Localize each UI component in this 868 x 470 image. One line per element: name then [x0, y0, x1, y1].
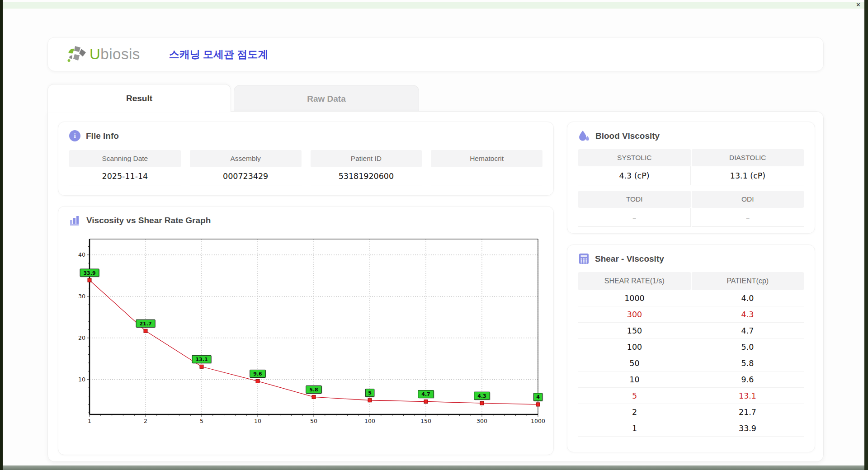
cell-patient: 9.6 — [691, 371, 804, 388]
ubiosis-logo: Ubiosis — [67, 45, 140, 63]
field-value — [431, 167, 542, 185]
cell-patient: 5.8 — [691, 355, 804, 371]
field-label: Scanning Date — [69, 150, 181, 167]
cell-patient: 13.1 — [691, 388, 804, 404]
field-label: Hematocrit — [431, 150, 542, 167]
cell-shear-rate: 10 — [578, 371, 691, 388]
cell-patient: 4.3 — [691, 306, 804, 323]
svg-text:20: 20 — [78, 334, 85, 341]
window-edge-left — [0, 0, 3, 470]
svg-text:1: 1 — [88, 418, 91, 424]
svg-text:9.6: 9.6 — [253, 371, 262, 377]
svg-text:100: 100 — [364, 418, 375, 424]
svg-text:33.9: 33.9 — [83, 270, 95, 276]
field-assembly: Assembly 000723429 — [190, 150, 302, 185]
window-edge-right — [864, 0, 868, 470]
bv-header-todi: TODI — [578, 191, 691, 208]
shear-table-row: 5 13.1 — [578, 388, 804, 404]
cell-shear-rate: 300 — [578, 306, 691, 323]
cell-patient: 21.7 — [691, 404, 804, 420]
bv-value-row-2: – – — [578, 208, 804, 227]
file-info-fields: Scanning Date 2025-11-14 Assembly 000723… — [69, 150, 542, 185]
app-window: ✕ Ubiosis 스캐닝 모세관 점도계 Result Raw Data i … — [0, 0, 868, 470]
main-content-card: i File Info Scanning Date 2025-11-14 Ass… — [47, 111, 824, 462]
svg-text:5: 5 — [368, 390, 372, 396]
cell-shear-rate: 2 — [578, 404, 691, 420]
svg-text:10: 10 — [78, 376, 85, 383]
shear-table-row: 1 33.9 — [578, 420, 804, 437]
cell-shear-rate: 5 — [578, 388, 691, 404]
cell-shear-rate: 50 — [578, 355, 691, 371]
bv-value-todi: – — [578, 208, 691, 227]
shear-viscosity-title-row: Shear - Viscosity — [578, 253, 664, 264]
tab-result[interactable]: Result — [47, 84, 231, 112]
bv-header-row: SYSTOLIC DIASTOLIC — [578, 149, 804, 166]
field-label: Assembly — [190, 150, 302, 167]
svg-text:4.3: 4.3 — [477, 393, 486, 399]
bv-header-odi: ODI — [692, 191, 804, 208]
shear-table-row: 1000 4.0 — [578, 290, 804, 306]
shear-viscosity-title: Shear - Viscosity — [595, 254, 664, 264]
shear-table-header: SHEAR RATE(1/s) PATIENT(cp) — [578, 272, 804, 290]
svg-text:4.7: 4.7 — [421, 391, 430, 397]
cell-patient: 4.7 — [691, 323, 804, 339]
cell-shear-rate: 1 — [578, 420, 691, 437]
shear-col-patient: PATIENT(cp) — [692, 272, 804, 290]
tab-raw-data[interactable]: Raw Data — [234, 85, 419, 112]
viscosity-graph-panel: Viscosity vs Shear Rate Graph 1020304012… — [58, 206, 554, 455]
bv-header-row-2: TODI ODI — [578, 191, 804, 208]
close-icon[interactable]: ✕ — [856, 2, 861, 9]
shear-table-row: 50 5.8 — [578, 355, 804, 371]
svg-text:2: 2 — [144, 418, 147, 424]
field-label: Patient ID — [311, 150, 422, 167]
bv-header-systolic: SYSTOLIC — [578, 149, 691, 166]
shear-col-rate: SHEAR RATE(1/s) — [578, 272, 691, 290]
window-edge-bottom — [0, 465, 868, 470]
bv-header-diastolic: DIASTOLIC — [692, 149, 804, 166]
svg-text:1000: 1000 — [531, 418, 545, 424]
svg-text:30: 30 — [78, 293, 85, 300]
header-card: Ubiosis 스캐닝 모세관 점도계 — [47, 37, 824, 71]
blood-viscosity-panel: Blood Viscosity SYSTOLIC DIASTOLIC 4.3 (… — [567, 122, 815, 234]
ubiosis-logo-mark-icon — [67, 45, 87, 63]
app-title: 스캐닝 모세관 점도계 — [169, 47, 269, 61]
logo-rest: biosis — [100, 46, 140, 62]
svg-text:4: 4 — [536, 394, 540, 400]
field-value: 53181920600 — [311, 167, 422, 185]
bv-value-systolic: 4.3 (cP) — [578, 166, 691, 185]
bv-value-diastolic: 13.1 (cP) — [692, 166, 804, 185]
field-patient-id: Patient ID 53181920600 — [311, 150, 422, 185]
blood-viscosity-title-row: Blood Viscosity — [578, 130, 660, 142]
svg-text:10: 10 — [254, 418, 261, 424]
field-scanning-date: Scanning Date 2025-11-14 — [69, 150, 181, 185]
svg-text:40: 40 — [78, 251, 85, 258]
cell-patient: 4.0 — [691, 290, 804, 306]
shear-table-row: 150 4.7 — [578, 323, 804, 339]
droplets-icon — [578, 130, 590, 142]
shear-viscosity-table: SHEAR RATE(1/s) PATIENT(cp) 1000 4.0 300… — [578, 272, 804, 437]
calculator-icon — [578, 253, 590, 264]
bv-spacer — [578, 185, 804, 191]
svg-text:5: 5 — [200, 418, 203, 424]
svg-text:21.7: 21.7 — [139, 321, 151, 327]
info-icon: i — [69, 130, 80, 141]
logo-letter-u: U — [90, 46, 100, 62]
svg-text:300: 300 — [476, 418, 487, 424]
file-info-panel: i File Info Scanning Date 2025-11-14 Ass… — [58, 122, 554, 196]
blood-viscosity-title: Blood Viscosity — [595, 131, 660, 141]
field-value: 000723429 — [190, 167, 302, 185]
cell-patient: 33.9 — [691, 420, 804, 437]
bv-value-odi: – — [692, 208, 804, 227]
bv-value-row: 4.3 (cP) 13.1 (cP) — [578, 166, 804, 185]
svg-text:150: 150 — [420, 418, 431, 424]
shear-viscosity-panel: Shear - Viscosity SHEAR RATE(1/s) PATIEN… — [567, 244, 815, 452]
shear-table-row: 2 21.7 — [578, 404, 804, 420]
cell-shear-rate: 100 — [578, 339, 691, 355]
svg-text:5.8: 5.8 — [309, 387, 318, 393]
field-hematocrit: Hematocrit — [431, 150, 542, 185]
shear-table-row: 10 9.6 — [578, 371, 804, 388]
shear-table-row: 100 5.0 — [578, 339, 804, 355]
blood-viscosity-table: SYSTOLIC DIASTOLIC 4.3 (cP) 13.1 (cP) TO… — [578, 149, 804, 227]
logo-wordmark: Ubiosis — [90, 46, 140, 63]
svg-text:50: 50 — [310, 418, 317, 424]
